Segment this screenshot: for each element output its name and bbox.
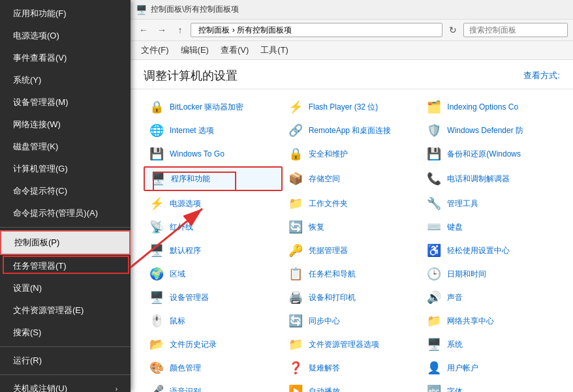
address-bar: ← → ↑ ↻ bbox=[131, 20, 573, 41]
control-panel-item[interactable]: 🕒 日期和时间 bbox=[421, 263, 560, 285]
forward-button[interactable]: → bbox=[154, 22, 170, 38]
address-input[interactable] bbox=[191, 23, 442, 37]
control-panel-item[interactable]: 🖥️ 程序和功能 bbox=[144, 166, 283, 191]
control-panel-item[interactable]: ⚡ Flash Player (32 位) bbox=[283, 96, 422, 118]
control-panel-item[interactable]: 📁 网络共享中心 bbox=[421, 310, 560, 332]
control-panel-item[interactable]: 🎨 颜色管理 bbox=[144, 357, 283, 379]
context-menu-item[interactable]: 设置(N) bbox=[0, 277, 131, 299]
back-button[interactable]: ← bbox=[136, 22, 151, 38]
control-panel-item[interactable]: 📞 电话和调制解调器 bbox=[421, 166, 560, 191]
cp-item-label: 恢复 bbox=[309, 222, 324, 233]
context-menu-item[interactable]: 关机或注销(U)› bbox=[0, 378, 131, 392]
context-menu-item[interactable]: 计算机管理(G) bbox=[0, 158, 131, 180]
control-panel-item[interactable]: 🔒 安全和维护 bbox=[283, 143, 422, 165]
control-panel-item[interactable]: 🖥️ 默认程序 bbox=[144, 239, 283, 262]
control-panel-item[interactable]: 🔑 凭据管理器 bbox=[283, 239, 422, 262]
control-panel-item[interactable]: 💾 Windows To Go bbox=[144, 143, 283, 165]
cp-item-icon: 🎤 bbox=[149, 384, 164, 392]
control-panel-item[interactable]: 🔗 RemoteApp 和桌面连接 bbox=[283, 119, 422, 142]
cp-item-label: 工作文件夹 bbox=[309, 198, 348, 209]
context-menu-item[interactable]: 磁盘管理(K) bbox=[0, 136, 131, 158]
cp-item-icon: 📂 bbox=[149, 337, 164, 352]
control-panel-item[interactable]: 🔤 字体 bbox=[421, 380, 560, 392]
control-panel-item[interactable]: ⚡ 电源选项 bbox=[144, 192, 283, 215]
menu-bar-item[interactable]: 工具(T) bbox=[255, 42, 294, 58]
cp-item-label: 鼠标 bbox=[170, 316, 185, 327]
control-panel-item[interactable]: ❓ 疑难解答 bbox=[283, 357, 422, 379]
cp-item-label: RemoteApp 和桌面连接 bbox=[309, 125, 392, 136]
control-panel-item[interactable]: 📁 工作文件夹 bbox=[283, 192, 422, 215]
cp-item-icon: 💾 bbox=[149, 146, 164, 162]
cp-item-label: 安全和维护 bbox=[309, 149, 348, 160]
menu-bar-item[interactable]: 查看(V) bbox=[215, 42, 254, 58]
context-menu-item[interactable]: 系统(Y) bbox=[0, 69, 131, 91]
control-panel-item[interactable]: 🔄 恢复 bbox=[283, 216, 422, 238]
cp-item-label: 红外线 bbox=[170, 222, 193, 233]
context-menu-item[interactable]: 任务管理器(T) bbox=[0, 255, 131, 277]
cp-item-label: 语音识别 bbox=[170, 386, 201, 393]
refresh-button[interactable]: ↻ bbox=[445, 23, 461, 37]
control-panel-item[interactable]: 🔊 声音 bbox=[421, 286, 560, 309]
context-menu-item[interactable]: 事件查看器(V) bbox=[0, 47, 131, 69]
control-panel-item[interactable]: 🌐 Internet 选项 bbox=[144, 119, 283, 142]
context-menu-item[interactable]: 文件资源管理器(E) bbox=[0, 299, 131, 322]
context-menu-item[interactable]: 网络连接(W) bbox=[0, 113, 131, 136]
cp-item-label: 字体 bbox=[447, 386, 463, 393]
control-panel-item[interactable]: 🔄 同步中心 bbox=[283, 310, 422, 332]
context-menu-item[interactable]: 运行(R) bbox=[0, 350, 131, 372]
control-panel-item[interactable]: 🔧 管理工具 bbox=[421, 192, 560, 215]
cp-item-label: 自动播放 bbox=[309, 386, 340, 393]
control-panel-content: 🔒 BitLocker 驱动器加密 ⚡ Flash Player (32 位) … bbox=[131, 89, 573, 392]
control-panel-item[interactable]: 🖱️ 鼠标 bbox=[144, 310, 283, 332]
control-panel-item[interactable]: ⌨️ 键盘 bbox=[421, 216, 560, 238]
context-menu-item[interactable]: 设备管理器(M) bbox=[0, 91, 131, 113]
control-panel-item[interactable]: 🖥️ 系统 bbox=[421, 333, 560, 355]
cp-item-label: 备份和还原(Windows bbox=[447, 149, 521, 160]
cp-item-label: Windows To Go bbox=[170, 149, 225, 158]
menu-bar-item[interactable]: 编辑(E) bbox=[176, 42, 214, 58]
context-menu-item[interactable]: 命令提示符(管理员)(A) bbox=[0, 202, 131, 224]
cp-item-label: BitLocker 驱动器加密 bbox=[170, 102, 243, 113]
cp-item-icon: 👤 bbox=[426, 360, 442, 376]
context-menu-item[interactable]: 控制面板(P) bbox=[0, 230, 131, 255]
control-panel-item[interactable]: 📋 任务栏和导航 bbox=[283, 263, 422, 285]
control-panel-item[interactable]: 📂 文件历史记录 bbox=[144, 333, 283, 355]
control-panel-item[interactable]: 🎤 语音识别 bbox=[144, 380, 283, 392]
context-menu-item[interactable]: 搜索(S) bbox=[0, 322, 131, 344]
control-panel-item[interactable]: 👤 用户帐户 bbox=[421, 357, 560, 379]
cp-item-label: 存储空间 bbox=[309, 173, 340, 185]
control-panel-item[interactable]: 🌍 区域 bbox=[144, 263, 283, 285]
view-mode[interactable]: 查看方式: bbox=[523, 70, 560, 82]
search-input[interactable] bbox=[463, 23, 568, 37]
control-panel-item[interactable]: 📡 红外线 bbox=[144, 216, 283, 238]
cp-item-icon: 🗂️ bbox=[426, 99, 442, 115]
cp-item-label: Internet 选项 bbox=[170, 125, 214, 136]
context-menu-item[interactable]: 命令提示符(C) bbox=[0, 180, 131, 202]
cp-item-label: 区域 bbox=[170, 269, 185, 280]
up-button[interactable]: ↑ bbox=[172, 22, 188, 38]
cp-item-icon: 🖥️ bbox=[150, 171, 166, 187]
control-panel-item[interactable]: 📦 存储空间 bbox=[283, 166, 422, 191]
control-panel-item[interactable]: ▶️ 自动播放 bbox=[283, 380, 422, 392]
control-panel-item[interactable]: ♿ 轻松使用设置中心 bbox=[421, 239, 560, 262]
control-panel-item[interactable]: 🖨️ 设备和打印机 bbox=[283, 286, 422, 309]
control-panel-item[interactable]: 🖥️ 设备管理器 bbox=[144, 286, 283, 309]
cp-item-icon: 📡 bbox=[149, 219, 164, 235]
menu-separator bbox=[0, 227, 131, 228]
control-panel-item[interactable]: 🔒 BitLocker 驱动器加密 bbox=[144, 96, 283, 118]
cp-item-label: 任务栏和导航 bbox=[309, 269, 356, 280]
cp-item-label: 文件资源管理器选项 bbox=[309, 339, 379, 350]
control-panel-item[interactable]: 📁 文件资源管理器选项 bbox=[283, 333, 422, 355]
cp-item-icon: 📁 bbox=[288, 337, 303, 352]
cp-item-icon: ▶️ bbox=[288, 384, 303, 392]
menu-bar-item[interactable]: 文件(F) bbox=[136, 42, 174, 58]
cp-item-icon: 🔧 bbox=[426, 196, 442, 211]
control-panel-grid: 🔒 BitLocker 驱动器加密 ⚡ Flash Player (32 位) … bbox=[144, 96, 560, 392]
context-menu-item[interactable]: 应用和功能(F) bbox=[0, 3, 131, 25]
cp-item-label: 用户帐户 bbox=[447, 363, 478, 374]
control-panel-item[interactable]: 💾 备份和还原(Windows bbox=[421, 143, 560, 165]
control-panel-item[interactable]: 🗂️ Indexing Options Co bbox=[421, 96, 560, 118]
control-panel-item[interactable]: 🛡️ Windows Defender 防 bbox=[421, 119, 560, 142]
cp-item-label: 日期和时间 bbox=[447, 269, 486, 280]
context-menu-item[interactable]: 电源选项(O) bbox=[0, 25, 131, 47]
